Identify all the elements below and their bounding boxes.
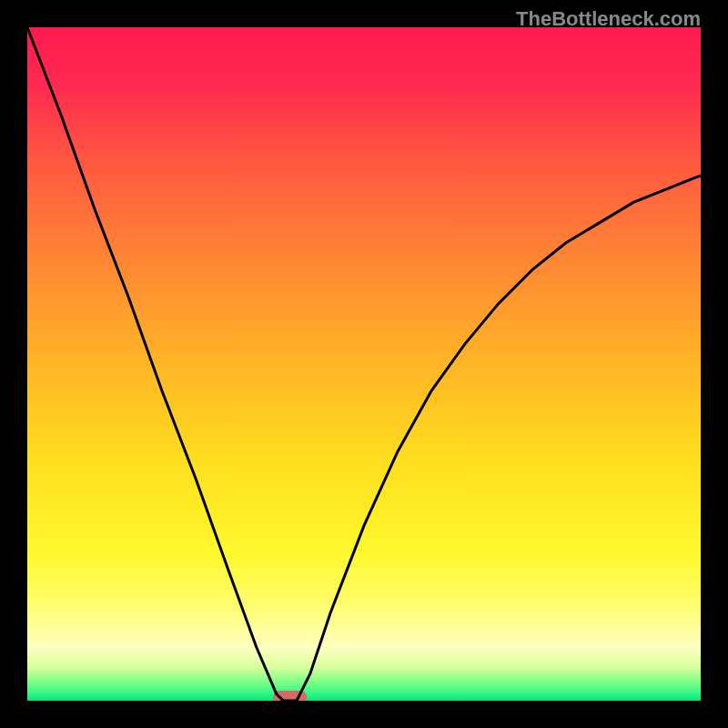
chart-svg	[27, 27, 701, 701]
watermark-text: TheBottleneck.com	[516, 7, 701, 31]
chart-plot-area	[27, 27, 701, 701]
chart-background	[27, 27, 701, 701]
